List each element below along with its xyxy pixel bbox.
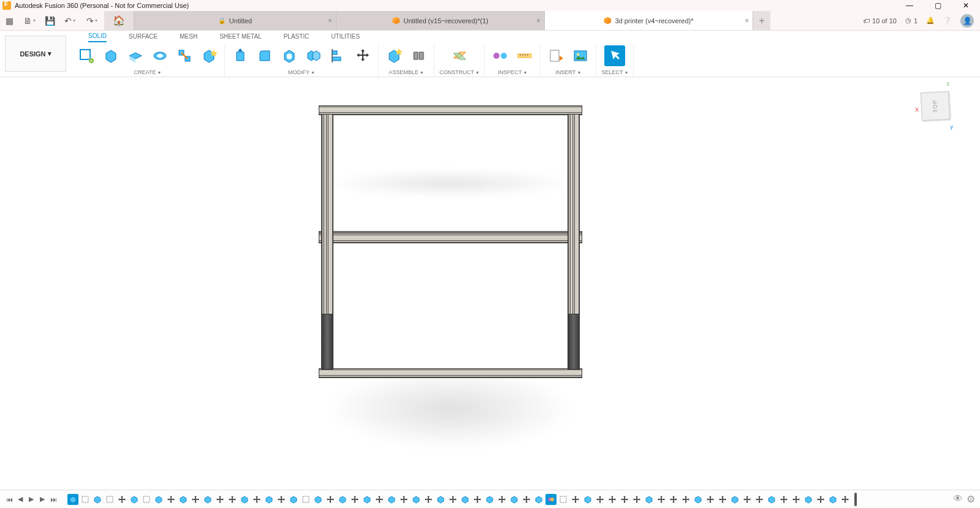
data-panel-button[interactable]: ▦ <box>0 11 18 30</box>
timeline-feature-move[interactable] <box>423 494 434 505</box>
group-label-insert[interactable]: INSERT▼ <box>556 69 582 75</box>
timeline-feature-body[interactable] <box>411 494 422 505</box>
ribbon-tab-solid[interactable]: SOLID <box>88 32 107 42</box>
combine-button[interactable] <box>303 45 324 66</box>
timeline-feature-move[interactable] <box>447 494 458 505</box>
timeline-feature-move[interactable] <box>840 494 851 505</box>
new-tab-button[interactable]: + <box>753 11 770 30</box>
ribbon-tab-mesh[interactable]: MESH <box>180 33 197 42</box>
save-button[interactable]: 💾 <box>40 11 59 30</box>
timeline-feature-move[interactable] <box>325 494 336 505</box>
move-button[interactable] <box>352 45 373 66</box>
view-cube[interactable]: TOP <box>921 91 950 121</box>
timeline-feature-sketch[interactable] <box>104 494 115 505</box>
timeline-feature-body[interactable] <box>92 494 103 505</box>
align-button[interactable] <box>328 45 349 66</box>
timeline-start-button[interactable]: ⏮ <box>5 495 13 504</box>
joint-button[interactable] <box>408 45 429 66</box>
ribbon-tab-sheetmetal[interactable]: SHEET METAL <box>219 33 262 42</box>
insert-derive-button[interactable] <box>545 45 566 66</box>
inspect-button[interactable] <box>490 45 511 66</box>
timeline-marker[interactable] <box>854 493 857 506</box>
job-status[interactable]: ◷ 1 <box>905 17 917 25</box>
tab-close-icon[interactable]: × <box>745 17 749 25</box>
create-sketch-button[interactable]: + <box>76 45 97 66</box>
timeline-feature-sketch[interactable] <box>558 494 569 505</box>
timeline-feature-sketch[interactable] <box>300 494 311 505</box>
timeline-feature-move[interactable] <box>190 494 201 505</box>
timeline-feature-move[interactable] <box>227 494 238 505</box>
ribbon-tab-plastic[interactable]: PLASTIC <box>284 33 310 42</box>
timeline-feature-move[interactable] <box>754 494 765 505</box>
ribbon-tab-utilities[interactable]: UTILITIES <box>331 33 360 42</box>
timeline-feature-body[interactable] <box>313 494 324 505</box>
timeline-feature-move[interactable] <box>349 494 360 505</box>
timeline-feature-body[interactable] <box>202 494 213 505</box>
insert-decal-button[interactable] <box>570 45 591 66</box>
timeline-feature-move[interactable] <box>815 494 826 505</box>
timeline-feature-body[interactable] <box>178 494 189 505</box>
timeline-feature-move[interactable] <box>165 494 177 505</box>
timeline-feature-body[interactable] <box>153 494 164 505</box>
group-label-modify[interactable]: MODIFY▼ <box>288 69 315 75</box>
timeline-feature-body[interactable] <box>67 494 78 505</box>
timeline-feature-body[interactable] <box>803 494 814 505</box>
timeline-feature-body[interactable] <box>693 494 704 505</box>
timeline-feature-body[interactable] <box>533 494 544 505</box>
group-label-construct[interactable]: CONSTRUCT▼ <box>439 69 479 75</box>
redo-button[interactable]: ↷▾ <box>81 11 103 30</box>
timeline-feature-move[interactable] <box>619 494 630 505</box>
select-button[interactable] <box>604 45 625 66</box>
file-menu-button[interactable]: 🗎▾ <box>18 11 40 30</box>
timeline-feature-move[interactable] <box>570 494 581 505</box>
measure-button[interactable] <box>514 45 535 66</box>
notifications-button[interactable]: 🔔 <box>926 17 935 25</box>
timeline-next-button[interactable]: ▶ <box>38 495 47 504</box>
timeline-feature-sketch[interactable] <box>80 494 91 505</box>
tab-close-icon[interactable]: × <box>536 17 541 25</box>
timeline-feature-body[interactable] <box>582 494 593 505</box>
timeline-feature-move[interactable] <box>398 494 409 505</box>
timeline-feature-move[interactable] <box>594 494 606 505</box>
group-label-create[interactable]: CREATE▼ <box>134 69 162 75</box>
timeline-feature-move[interactable] <box>521 494 532 505</box>
timeline-feature-move[interactable] <box>276 494 287 505</box>
timeline-feature-move[interactable] <box>251 494 262 505</box>
timeline-feature-move[interactable] <box>215 494 226 505</box>
timeline-feature-body[interactable] <box>509 494 520 505</box>
timeline-play-button[interactable]: ▶ <box>27 495 36 504</box>
timeline-feature-move[interactable] <box>631 494 642 505</box>
timeline-feature-body[interactable] <box>264 494 275 505</box>
timeline-feature-body[interactable] <box>288 494 299 505</box>
timeline-feature-move[interactable] <box>607 494 618 505</box>
timeline-feature-joint[interactable] <box>545 494 556 505</box>
timeline-hide-icon[interactable]: 👁 <box>953 493 963 505</box>
timeline-feature-body[interactable] <box>827 494 838 505</box>
timeline-feature-body[interactable] <box>729 494 740 505</box>
user-avatar[interactable]: 👤 <box>960 14 974 28</box>
timeline-feature-body[interactable] <box>239 494 250 505</box>
document-tab-0[interactable]: 🔒 Untitled × <box>134 11 336 30</box>
home-tab[interactable]: 🏠 <box>104 11 134 30</box>
timeline-feature-body[interactable] <box>362 494 373 505</box>
timeline-end-button[interactable]: ⏭ <box>49 495 58 504</box>
timeline-feature-move[interactable] <box>472 494 483 505</box>
press-pull-button[interactable] <box>230 45 251 66</box>
timeline-feature-body[interactable] <box>129 494 140 505</box>
timeline-feature-body[interactable] <box>460 494 471 505</box>
document-tab-2[interactable]: 3d printer (v4~recovered)* × <box>545 11 753 30</box>
timeline-feature-move[interactable] <box>717 494 728 505</box>
maximize-button[interactable]: ▢ <box>924 0 952 11</box>
timeline-feature-body[interactable] <box>337 494 348 505</box>
sweep-button[interactable] <box>174 45 195 66</box>
timeline-settings-icon[interactable]: ⚙ <box>967 493 975 505</box>
recovery-status[interactable]: 🏷 10 of 10 <box>863 17 897 25</box>
document-tab-1[interactable]: Untitled (v15~recovered)*(1) × <box>336 11 545 30</box>
tab-close-icon[interactable]: × <box>328 17 332 25</box>
group-label-select[interactable]: SELECT▼ <box>601 69 628 75</box>
close-button[interactable]: ✕ <box>952 0 980 11</box>
timeline-prev-button[interactable]: ◀ <box>16 495 25 504</box>
timeline-feature-move[interactable] <box>656 494 667 505</box>
timeline-feature-sketch[interactable] <box>141 494 152 505</box>
viewport[interactable]: z X y TOP <box>0 77 980 490</box>
